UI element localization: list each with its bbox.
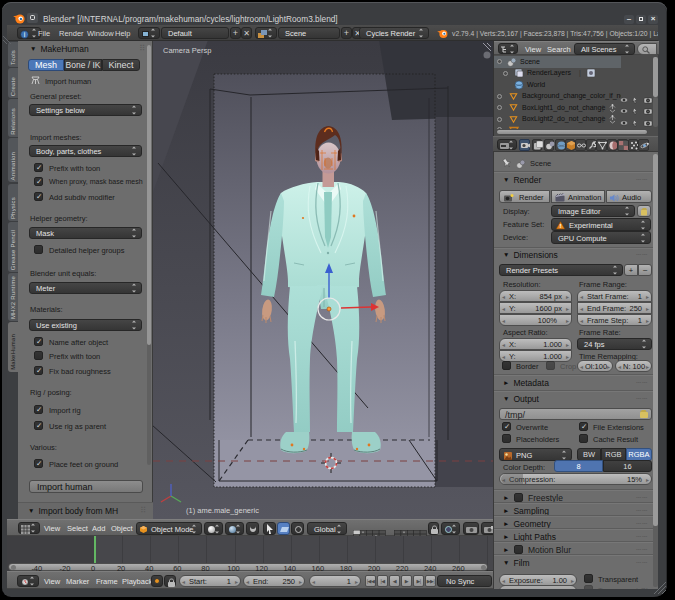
svg-text:!: ! xyxy=(560,223,562,229)
svg-text:(1) ame.male_generic: (1) ame.male_generic xyxy=(186,506,259,515)
svg-text:Camera Persp: Camera Persp xyxy=(163,46,211,55)
